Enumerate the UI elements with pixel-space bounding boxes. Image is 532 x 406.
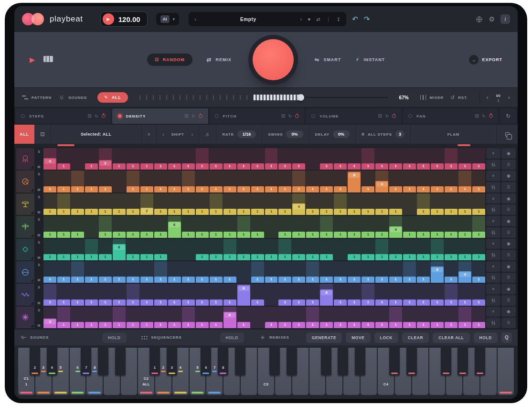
density-bar[interactable]: 1 — [182, 277, 195, 283]
black-key[interactable] — [269, 348, 280, 375]
step-cell[interactable]: 1 — [113, 307, 126, 328]
density-bar[interactable]: 1 — [168, 299, 181, 306]
density-bar[interactable]: 6 — [113, 244, 126, 260]
snare-icon[interactable] — [16, 148, 34, 170]
density-bar[interactable]: 1 — [417, 209, 430, 215]
step-cell[interactable]: 1 — [472, 193, 485, 215]
sample-choke-icon[interactable]: ◉ — [501, 307, 516, 317]
black-key[interactable] — [406, 348, 417, 375]
density-bar[interactable]: 1 — [251, 232, 264, 238]
step-cell[interactable]: 1 — [306, 239, 319, 260]
density-bar[interactable]: 1 — [306, 322, 319, 328]
power-icon[interactable] — [489, 114, 493, 118]
density-bar[interactable]: 1 — [348, 163, 361, 170]
density-bar[interactable]: 1 — [127, 277, 139, 283]
density-bar[interactable]: 1 — [140, 163, 153, 170]
step-cell[interactable]: 1 — [472, 216, 485, 237]
copy-pattern-icon[interactable] — [505, 130, 510, 139]
density-bar[interactable]: 1 — [445, 322, 458, 328]
density-bar[interactable]: 1 — [320, 186, 333, 192]
step-cell[interactable]: 1 — [210, 284, 223, 305]
step-cell[interactable]: 1 — [113, 216, 126, 237]
step-cell[interactable]: 1 — [334, 216, 347, 237]
step-cell[interactable]: 1 — [57, 216, 70, 237]
step-cell[interactable]: 1 — [431, 216, 444, 237]
step-cell[interactable]: 1 — [85, 284, 98, 305]
slider-thumb[interactable] — [298, 94, 304, 101]
density-bar[interactable]: 1 — [431, 186, 444, 192]
density-bar[interactable]: 1 — [57, 209, 70, 215]
step-cell[interactable]: 1 — [403, 171, 416, 192]
move-button[interactable]: MOVE — [346, 332, 370, 343]
density-bar[interactable]: 1 — [472, 277, 485, 283]
step-cell[interactable]: 1 — [320, 216, 333, 237]
step-cell[interactable]: 4 — [292, 193, 305, 215]
density-bar[interactable]: 1 — [403, 186, 416, 192]
delay-control[interactable]: 0% — [333, 130, 350, 138]
step-cell[interactable]: 6 — [223, 307, 236, 328]
density-bar[interactable]: 1 — [472, 299, 485, 306]
density-bar[interactable]: 1 — [237, 254, 250, 260]
rate-select[interactable]: 1/16 — [237, 130, 256, 138]
step-cell[interactable]: 1 — [389, 193, 402, 215]
density-bar[interactable]: 1 — [237, 163, 250, 170]
step-cell[interactable]: 1 — [445, 261, 458, 283]
step-cell[interactable]: 1 — [375, 284, 388, 305]
loop-icon[interactable]: ↻ — [482, 114, 486, 118]
density-bar[interactable]: 1 — [182, 232, 195, 238]
step-cell[interactable]: 1 — [292, 216, 305, 237]
step-cell[interactable]: 1 — [99, 216, 112, 237]
step-cell[interactable]: 1 — [154, 284, 167, 305]
step-cell[interactable]: 1 — [113, 193, 126, 215]
clear-track-button[interactable]: × — [486, 284, 500, 294]
step-cell[interactable]: 1 — [57, 239, 70, 260]
density-bar[interactable]: 1 — [223, 163, 236, 170]
density-bar[interactable]: 1 — [445, 299, 458, 306]
step-cell[interactable]: 1 — [362, 239, 374, 260]
density-bar[interactable]: 1 — [431, 254, 444, 260]
undo-button[interactable]: ↶ — [352, 15, 358, 23]
step-cell[interactable]: 1 — [99, 307, 112, 328]
density-bar[interactable]: 1 — [127, 163, 139, 170]
step-cell[interactable] — [334, 239, 347, 260]
step-cell[interactable]: 1 — [99, 193, 112, 215]
step-cell[interactable]: 1 — [472, 284, 485, 305]
density-bar[interactable]: 1 — [417, 322, 430, 328]
density-bar[interactable]: 1 — [389, 254, 402, 260]
step-cell[interactable]: 1 — [43, 171, 56, 192]
density-bar[interactable]: 1 — [362, 163, 374, 170]
density-bar[interactable]: 1 — [43, 186, 56, 192]
sounds-toggle[interactable]: SOUNDS — [58, 95, 87, 100]
mute-button[interactable]: M — [35, 256, 43, 259]
step-cell[interactable] — [85, 216, 98, 237]
tab-pitch[interactable]: PITCH ⚄↻ — [209, 108, 305, 124]
step-cell[interactable]: 1 — [99, 171, 112, 192]
density-bar[interactable]: 1 — [210, 163, 223, 170]
density-bar[interactable]: 8 — [237, 285, 250, 306]
density-bar[interactable]: 1 — [154, 232, 167, 238]
step-cell[interactable]: 6 — [113, 239, 126, 260]
step-cell[interactable]: 1 — [154, 171, 167, 192]
step-cell[interactable]: 1 — [403, 148, 416, 170]
keyboard-toggle-icon[interactable] — [43, 55, 53, 64]
black-key[interactable] — [287, 348, 297, 375]
shaker-icon[interactable] — [16, 239, 34, 260]
step-cell[interactable]: 1 — [251, 171, 264, 192]
step-cell[interactable]: 1 — [472, 148, 485, 170]
step-cell[interactable]: 1 — [210, 307, 223, 328]
density-bar[interactable]: 1 — [278, 209, 291, 215]
density-bar[interactable]: 1 — [223, 299, 236, 306]
density-bar[interactable]: 1 — [85, 254, 98, 260]
remixes-section[interactable]: REMIXES — [259, 335, 289, 340]
sequencers-section[interactable]: SEQUENCERS — [141, 335, 182, 340]
step-cell[interactable]: 1 — [168, 307, 181, 328]
instant-button[interactable]: ⚡ INSTANT — [355, 56, 385, 63]
density-bar[interactable]: 1 — [334, 163, 347, 170]
step-cell[interactable]: 1 — [375, 216, 388, 237]
density-bar[interactable]: 8 — [348, 172, 361, 192]
step-cell[interactable]: 1 — [251, 239, 264, 260]
step-cell[interactable]: 1 — [251, 193, 264, 215]
mute-button[interactable]: M — [35, 165, 43, 169]
density-bar[interactable]: 1 — [306, 254, 319, 260]
density-bar[interactable]: 1 — [113, 209, 126, 215]
